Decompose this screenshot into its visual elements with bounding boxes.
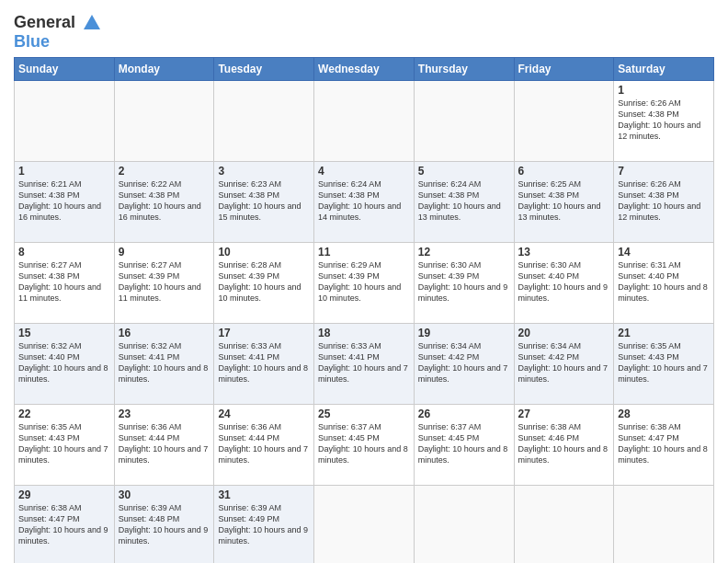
day-info: Sunrise: 6:32 AMSunset: 4:41 PMDaylight:… bbox=[119, 340, 210, 385]
day-info: Sunrise: 6:33 AMSunset: 4:41 PMDaylight:… bbox=[318, 340, 410, 385]
page: General Blue SundayMondayTuesdayWednesda… bbox=[0, 0, 728, 563]
calendar-header-row: SundayMondayTuesdayWednesdayThursdayFrid… bbox=[15, 57, 714, 80]
day-info: Sunrise: 6:39 AMSunset: 4:49 PMDaylight:… bbox=[218, 502, 310, 547]
day-number: 8 bbox=[18, 246, 110, 259]
calendar-day-cell: 31Sunrise: 6:39 AMSunset: 4:49 PMDayligh… bbox=[214, 485, 314, 563]
day-info: Sunrise: 6:36 AMSunset: 4:44 PMDaylight:… bbox=[218, 421, 310, 466]
calendar-day-header: Thursday bbox=[414, 57, 514, 80]
calendar-day-cell: 18Sunrise: 6:33 AMSunset: 4:41 PMDayligh… bbox=[314, 323, 415, 404]
day-number: 11 bbox=[318, 246, 410, 259]
day-number: 6 bbox=[518, 165, 610, 178]
logo-blue-text: Blue bbox=[14, 32, 50, 51]
calendar-table: SundayMondayTuesdayWednesdayThursdayFrid… bbox=[14, 57, 714, 563]
day-info: Sunrise: 6:26 AMSunset: 4:38 PMDaylight:… bbox=[618, 98, 710, 143]
day-info: Sunrise: 6:32 AMSunset: 4:40 PMDaylight:… bbox=[18, 340, 110, 385]
calendar-day-cell: 7Sunrise: 6:26 AMSunset: 4:38 PMDaylight… bbox=[614, 161, 714, 242]
day-info: Sunrise: 6:38 AMSunset: 4:47 PMDaylight:… bbox=[618, 421, 710, 466]
day-info: Sunrise: 6:27 AMSunset: 4:39 PMDaylight:… bbox=[119, 259, 210, 304]
day-number: 4 bbox=[318, 165, 410, 178]
calendar-day-cell: 22Sunrise: 6:35 AMSunset: 4:43 PMDayligh… bbox=[15, 404, 115, 485]
calendar-day-cell: 4Sunrise: 6:24 AMSunset: 4:38 PMDaylight… bbox=[314, 161, 415, 242]
calendar-day-header: Saturday bbox=[614, 57, 714, 80]
day-number: 19 bbox=[418, 327, 510, 339]
day-number: 14 bbox=[618, 246, 710, 259]
calendar-day-cell: 3Sunrise: 6:23 AMSunset: 4:38 PMDaylight… bbox=[214, 161, 314, 242]
calendar-day-cell: 28Sunrise: 6:38 AMSunset: 4:47 PMDayligh… bbox=[614, 404, 714, 485]
calendar-day-cell: 5Sunrise: 6:24 AMSunset: 4:38 PMDaylight… bbox=[414, 161, 514, 242]
calendar-empty-cell bbox=[15, 80, 115, 161]
day-number: 28 bbox=[618, 408, 710, 420]
day-number: 29 bbox=[18, 488, 110, 501]
day-info: Sunrise: 6:22 AMSunset: 4:38 PMDaylight:… bbox=[119, 178, 210, 224]
calendar-day-cell: 8Sunrise: 6:27 AMSunset: 4:38 PMDaylight… bbox=[15, 242, 115, 323]
calendar-day-cell: 14Sunrise: 6:31 AMSunset: 4:40 PMDayligh… bbox=[614, 242, 714, 323]
day-number: 9 bbox=[119, 246, 210, 259]
day-number: 10 bbox=[218, 246, 310, 259]
calendar-empty-cell bbox=[314, 80, 415, 161]
calendar-week-row: 1Sunrise: 6:21 AMSunset: 4:38 PMDaylight… bbox=[15, 161, 714, 242]
calendar-day-cell: 20Sunrise: 6:34 AMSunset: 4:42 PMDayligh… bbox=[514, 323, 614, 404]
day-info: Sunrise: 6:38 AMSunset: 4:47 PMDaylight:… bbox=[18, 502, 110, 547]
day-info: Sunrise: 6:37 AMSunset: 4:45 PMDaylight:… bbox=[418, 421, 510, 466]
calendar-day-cell: 19Sunrise: 6:34 AMSunset: 4:42 PMDayligh… bbox=[414, 323, 514, 404]
calendar-day-cell: 6Sunrise: 6:25 AMSunset: 4:38 PMDaylight… bbox=[514, 161, 614, 242]
day-number: 23 bbox=[119, 408, 210, 420]
calendar-day-cell: 1Sunrise: 6:26 AMSunset: 4:38 PMDaylight… bbox=[614, 80, 714, 161]
day-number: 3 bbox=[218, 165, 310, 178]
day-number: 5 bbox=[418, 165, 510, 178]
day-number: 15 bbox=[18, 327, 110, 339]
day-info: Sunrise: 6:37 AMSunset: 4:45 PMDaylight:… bbox=[318, 421, 410, 466]
calendar-day-cell: 9Sunrise: 6:27 AMSunset: 4:39 PMDaylight… bbox=[114, 242, 214, 323]
calendar-day-cell: 23Sunrise: 6:36 AMSunset: 4:44 PMDayligh… bbox=[114, 404, 214, 485]
day-info: Sunrise: 6:25 AMSunset: 4:38 PMDaylight:… bbox=[518, 178, 610, 224]
calendar-day-cell: 10Sunrise: 6:28 AMSunset: 4:39 PMDayligh… bbox=[214, 242, 314, 323]
day-number: 25 bbox=[318, 408, 410, 420]
calendar-day-cell: 29Sunrise: 6:38 AMSunset: 4:47 PMDayligh… bbox=[15, 485, 115, 563]
calendar-day-header: Wednesday bbox=[314, 57, 415, 80]
calendar-day-cell: 17Sunrise: 6:33 AMSunset: 4:41 PMDayligh… bbox=[214, 323, 314, 404]
day-number: 21 bbox=[618, 327, 710, 339]
calendar-empty-cell bbox=[414, 485, 514, 563]
day-number: 2 bbox=[119, 165, 210, 178]
day-info: Sunrise: 6:36 AMSunset: 4:44 PMDaylight:… bbox=[119, 421, 210, 466]
calendar-week-row: 22Sunrise: 6:35 AMSunset: 4:43 PMDayligh… bbox=[15, 404, 714, 485]
calendar-week-row: 29Sunrise: 6:38 AMSunset: 4:47 PMDayligh… bbox=[15, 485, 714, 563]
day-number: 22 bbox=[18, 408, 110, 420]
day-info: Sunrise: 6:24 AMSunset: 4:38 PMDaylight:… bbox=[318, 178, 410, 224]
calendar-day-cell: 24Sunrise: 6:36 AMSunset: 4:44 PMDayligh… bbox=[214, 404, 314, 485]
day-number: 24 bbox=[218, 408, 310, 420]
day-info: Sunrise: 6:38 AMSunset: 4:46 PMDaylight:… bbox=[518, 421, 610, 466]
day-info: Sunrise: 6:35 AMSunset: 4:43 PMDaylight:… bbox=[618, 340, 710, 385]
calendar-day-cell: 16Sunrise: 6:32 AMSunset: 4:41 PMDayligh… bbox=[114, 323, 214, 404]
day-number: 30 bbox=[119, 488, 210, 501]
day-number: 17 bbox=[218, 327, 310, 339]
calendar-empty-cell bbox=[614, 485, 714, 563]
day-info: Sunrise: 6:34 AMSunset: 4:42 PMDaylight:… bbox=[518, 340, 610, 385]
calendar-day-header: Friday bbox=[514, 57, 614, 80]
calendar-empty-cell bbox=[114, 80, 214, 161]
day-info: Sunrise: 6:30 AMSunset: 4:39 PMDaylight:… bbox=[418, 259, 510, 304]
calendar-day-cell: 15Sunrise: 6:32 AMSunset: 4:40 PMDayligh… bbox=[15, 323, 115, 404]
calendar-week-row: 8Sunrise: 6:27 AMSunset: 4:38 PMDaylight… bbox=[15, 242, 714, 323]
day-info: Sunrise: 6:28 AMSunset: 4:39 PMDaylight:… bbox=[218, 259, 310, 304]
calendar-empty-cell bbox=[314, 485, 415, 563]
calendar-day-cell: 13Sunrise: 6:30 AMSunset: 4:40 PMDayligh… bbox=[514, 242, 614, 323]
day-info: Sunrise: 6:21 AMSunset: 4:38 PMDaylight:… bbox=[18, 178, 110, 224]
day-info: Sunrise: 6:30 AMSunset: 4:40 PMDaylight:… bbox=[518, 259, 610, 304]
calendar-day-cell: 27Sunrise: 6:38 AMSunset: 4:46 PMDayligh… bbox=[514, 404, 614, 485]
calendar-day-cell: 26Sunrise: 6:37 AMSunset: 4:45 PMDayligh… bbox=[414, 404, 514, 485]
calendar-day-header: Sunday bbox=[15, 57, 115, 80]
day-number: 20 bbox=[518, 327, 610, 339]
day-info: Sunrise: 6:24 AMSunset: 4:38 PMDaylight:… bbox=[418, 178, 510, 224]
day-number: 1 bbox=[18, 165, 110, 178]
calendar-day-cell: 11Sunrise: 6:29 AMSunset: 4:39 PMDayligh… bbox=[314, 242, 415, 323]
day-info: Sunrise: 6:29 AMSunset: 4:39 PMDaylight:… bbox=[318, 259, 410, 304]
day-number: 18 bbox=[318, 327, 410, 339]
logo-icon bbox=[82, 13, 102, 33]
calendar-day-cell: 1Sunrise: 6:21 AMSunset: 4:38 PMDaylight… bbox=[15, 161, 115, 242]
day-info: Sunrise: 6:26 AMSunset: 4:38 PMDaylight:… bbox=[618, 178, 710, 224]
day-number: 27 bbox=[518, 408, 610, 420]
calendar-day-cell: 30Sunrise: 6:39 AMSunset: 4:48 PMDayligh… bbox=[114, 485, 214, 563]
calendar-day-cell: 25Sunrise: 6:37 AMSunset: 4:45 PMDayligh… bbox=[314, 404, 415, 485]
calendar-empty-cell bbox=[514, 485, 614, 563]
